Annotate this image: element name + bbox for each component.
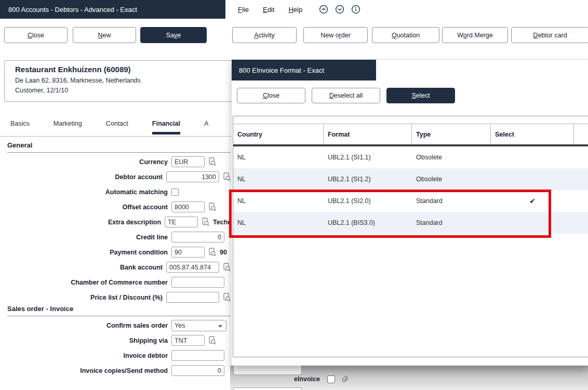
window-titlebar: 800 Accounts - Debtors - Advanced - Exac… [0, 0, 225, 19]
einvoice-field-row: eInvoice [232, 374, 350, 384]
debtor-account-input[interactable] [166, 171, 219, 182]
invoice-copies-input[interactable] [171, 365, 224, 376]
einvoice-label: eInvoice [232, 375, 320, 383]
currency-input[interactable] [171, 156, 205, 167]
dialog-title: 800 EInvoice Format - Exact [239, 66, 324, 74]
price-list-label: Price list / Discount (%) [0, 294, 166, 301]
column-header-type[interactable]: Type [412, 124, 491, 144]
table-row[interactable]: NL UBL2.1 (SI1.2) Obsolete [233, 168, 588, 190]
confirm-sales-order-label: Confirm sales order [0, 322, 171, 329]
section-sales-order-invoice: Sales order - Invoice [7, 305, 231, 316]
payment-condition-text: 90 [220, 249, 227, 256]
browse-icon[interactable] [222, 262, 232, 272]
column-header-select[interactable]: Select [491, 124, 574, 144]
bank-account-label: Bank account [0, 264, 166, 271]
browse-icon[interactable] [201, 217, 210, 227]
payment-condition-input[interactable] [171, 247, 205, 258]
browse-icon[interactable] [207, 157, 217, 167]
extra-description-input[interactable] [165, 217, 198, 227]
quotation-button[interactable]: Quotation [372, 27, 439, 43]
einvoice-checkbox[interactable] [327, 375, 335, 383]
price-list-input[interactable] [166, 292, 219, 303]
invoice-debtor-label: Invoice debtor [0, 352, 171, 359]
cell-format: UBL2.1 (SI1.1) [324, 154, 412, 161]
confirm-sales-order-select[interactable]: Yes [171, 320, 226, 331]
dialog-deselect-all-button[interactable]: Deselect all [312, 88, 380, 103]
app-window: 800 Accounts - Debtors - Advanced - Exac… [0, 0, 588, 390]
extra-description-label: Extra description [0, 219, 165, 226]
menu-help[interactable]: Help [288, 6, 302, 14]
table-header: Country Format Type Select [233, 124, 588, 146]
menu-edit[interactable]: Edit [263, 6, 274, 14]
table-group-bar [233, 116, 588, 124]
offset-account-label: Offset account [0, 204, 171, 211]
automatic-matching-label: Automatic matching [0, 189, 171, 196]
automatic-matching-checkbox[interactable] [171, 189, 179, 196]
save-button[interactable]: Save [140, 27, 207, 43]
activity-button[interactable]: Activity [232, 27, 297, 43]
partially-hidden-field [233, 387, 302, 390]
browse-icon[interactable] [207, 335, 217, 345]
menubar: File Edit Help [225, 0, 588, 19]
chevron-up-circle-icon[interactable] [319, 5, 328, 14]
tab-basics[interactable]: Basics [10, 120, 30, 135]
tab-financial[interactable]: Financial [152, 120, 180, 135]
currency-label: Currency [0, 158, 171, 166]
payment-condition-label: Payment condition [0, 249, 171, 256]
bank-account-input[interactable] [166, 262, 219, 273]
menu-file[interactable]: File [238, 6, 249, 14]
cell-country: NL [233, 154, 324, 161]
chevron-down-circle-icon[interactable] [335, 5, 344, 14]
new-button[interactable]: New [73, 27, 136, 43]
financial-form: General Currency Debtor account Automati… [0, 141, 232, 378]
word-merge-button[interactable]: Word Merge [442, 27, 508, 43]
highlight-box [229, 190, 551, 238]
tabs-divider [0, 136, 232, 137]
dialog-titlebar: 800 EInvoice Format - Exact [232, 60, 376, 80]
debtor-account-label: Debtor account [0, 173, 166, 181]
table-row[interactable]: NL UBL2.1 (SI1.1) Obsolete [233, 146, 588, 168]
shipping-via-label: Shipping via [0, 337, 171, 344]
credit-line-label: Credit line [0, 234, 171, 241]
tab-marketing[interactable]: Marketing [54, 120, 82, 135]
window-title: 800 Accounts - Debtors - Advanced - Exac… [8, 6, 137, 14]
coc-number-label: Chamber of Commerce number [0, 279, 171, 286]
shipping-via-input[interactable] [171, 335, 205, 346]
cell-type: Obsolete [412, 176, 491, 183]
browse-icon[interactable] [207, 247, 217, 257]
browse-icon[interactable] [207, 202, 217, 212]
column-header-format[interactable]: Format [324, 124, 412, 144]
invoice-copies-label: Invoice copies/Send method [0, 367, 171, 374]
new-order-button[interactable]: New order [303, 27, 368, 43]
offset-account-input[interactable] [171, 201, 205, 212]
cell-format: UBL2.1 (SI1.2) [324, 176, 412, 183]
tab-advanced-partial[interactable]: A [204, 120, 208, 135]
paperclip-icon[interactable] [340, 374, 350, 384]
cell-type: Obsolete [412, 154, 491, 161]
section-general: General [7, 141, 231, 153]
tab-contact[interactable]: Contact [106, 120, 128, 135]
dialog-close-button[interactable]: Close [237, 88, 305, 103]
partially-hidden-field [233, 366, 302, 375]
invoice-debtor-input[interactable] [171, 350, 224, 361]
coc-number-input[interactable] [171, 277, 224, 288]
cell-country: NL [233, 176, 324, 183]
column-header-country[interactable]: Country [233, 124, 324, 144]
tab-bar: Basics Marketing Contact Financial A [0, 120, 232, 135]
column-header-filler [574, 124, 588, 144]
browse-icon[interactable] [222, 172, 232, 182]
info-circle-icon[interactable] [351, 5, 360, 14]
credit-line-input[interactable] [171, 232, 224, 243]
caret-down-icon [218, 325, 222, 328]
debtor-card-button[interactable]: Debtor card [511, 27, 588, 43]
close-button[interactable]: Close [4, 27, 68, 43]
browse-icon[interactable] [222, 292, 232, 302]
dialog-select-button[interactable]: Select [386, 88, 455, 103]
